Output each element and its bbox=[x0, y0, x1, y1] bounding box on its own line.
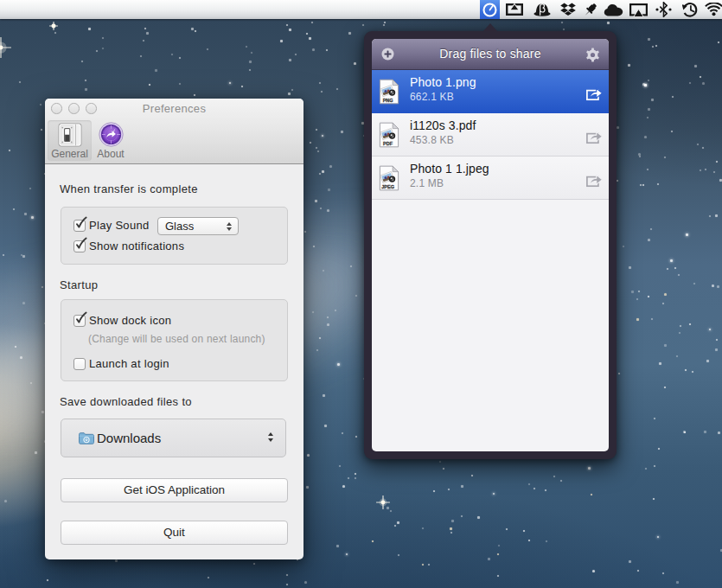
svg-text:JPEG: JPEG bbox=[381, 184, 394, 189]
svg-text:PNG: PNG bbox=[383, 98, 393, 103]
svg-text:PDF: PDF bbox=[383, 141, 393, 146]
